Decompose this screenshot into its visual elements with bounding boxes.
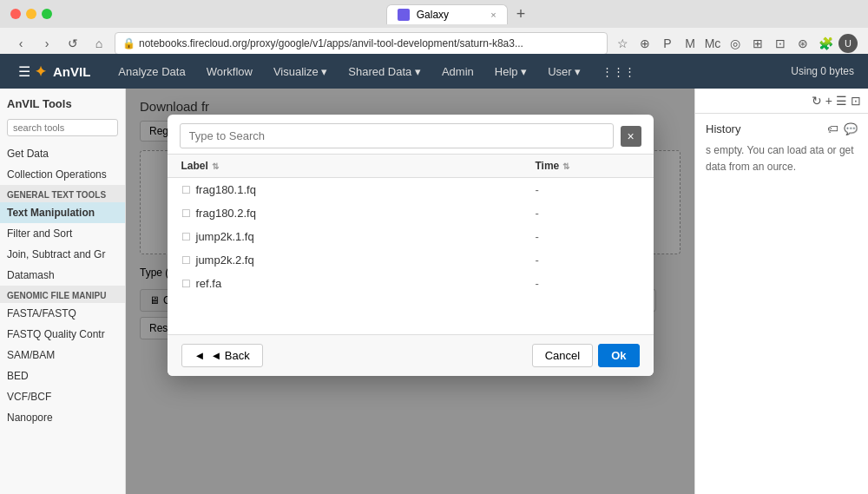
history-header-icons: 🏷 💬 xyxy=(827,122,858,135)
close-traffic-light[interactable] xyxy=(10,9,21,19)
sidebar-item-sam-bam[interactable]: SAM/BAM xyxy=(0,345,125,366)
minimize-traffic-light[interactable] xyxy=(26,9,36,19)
ext8-icon[interactable]: ⊛ xyxy=(793,34,812,53)
sidebar-item-datamash[interactable]: Datamash xyxy=(0,265,125,286)
file-selector-modal: × Label ⇅ Time ⇅ xyxy=(168,115,654,376)
modal-ok-button[interactable]: Ok xyxy=(598,344,639,367)
address-bar[interactable]: 🔒 notebooks.firecloud.org/proxy/google/v… xyxy=(115,32,608,55)
ext7-icon[interactable]: ⊡ xyxy=(771,34,790,53)
table-row[interactable]: ☐ jump2k.2.fq - xyxy=(168,248,654,272)
sidebar-section-general-text: GENERAL TEXT TOOLS xyxy=(0,185,125,202)
sidebar-item-get-data[interactable]: Get Data xyxy=(0,143,125,164)
nav-analyze-data[interactable]: Analyze Data xyxy=(108,54,195,89)
right-panel: ↻ + ☰ ⊡ History 🏷 💬 s empty. You can loa… xyxy=(694,89,868,494)
app: ☰ ✦ AnVIL Analyze Data Workflow Visualiz… xyxy=(0,54,868,494)
table-row[interactable]: ☐ frag180.2.fq - xyxy=(168,201,654,225)
nav-shared-data[interactable]: Shared Data ▾ xyxy=(338,54,431,89)
ext4-icon[interactable]: Mc xyxy=(703,34,722,53)
modal-footer: ◄ ◄ Back Cancel Ok xyxy=(168,334,654,376)
file-icon: ☐ xyxy=(181,231,191,243)
modal-cancel-button[interactable]: Cancel xyxy=(532,344,593,367)
fullscreen-traffic-light[interactable] xyxy=(42,9,52,19)
tab-favicon xyxy=(398,9,410,21)
history-comment-icon[interactable]: 💬 xyxy=(844,122,858,135)
nav-user[interactable]: User ▾ xyxy=(537,54,591,89)
modal-footer-right: Cancel Ok xyxy=(532,344,640,367)
top-nav-menu: Analyze Data Workflow Visualize ▾ Shared… xyxy=(108,54,791,89)
sidebar-item-text-manipulation[interactable]: Text Manipulation xyxy=(0,202,125,223)
modal-back-button[interactable]: ◄ ◄ Back xyxy=(181,344,263,367)
browser-titlebar: Galaxy × + xyxy=(0,0,868,28)
sidebar-item-fastq-quality[interactable]: FASTQ Quality Contr xyxy=(0,324,125,345)
file-name: frag180.1.fq xyxy=(196,183,536,196)
table-row[interactable]: ☐ frag180.1.fq - xyxy=(168,178,654,201)
nav-workflow[interactable]: Workflow xyxy=(196,54,263,89)
table-row[interactable]: ☐ jump2k.1.fq - xyxy=(168,225,654,248)
modal-file-list: ☐ frag180.1.fq - ☐ frag180.2.fq - ☐ jump… xyxy=(168,178,654,334)
sidebar-item-vcf-bcf[interactable]: VCF/BCF xyxy=(0,386,125,407)
nav-grid-icon[interactable]: ⋮⋮⋮ xyxy=(591,54,646,89)
sidebar-item-fasta-fastq[interactable]: FASTA/FASTQ xyxy=(0,303,125,324)
history-header: History 🏷 💬 xyxy=(706,122,858,135)
add-history-icon[interactable]: + xyxy=(825,94,832,108)
modal-col-label: Label ⇅ xyxy=(181,160,536,172)
back-chevron-icon: ◄ xyxy=(194,349,206,362)
multi-history-icon[interactable]: ⊡ xyxy=(851,94,861,108)
right-top-actions: ↻ + ☰ ⊡ xyxy=(695,89,868,114)
history-panel: History 🏷 💬 s empty. You can load ata or… xyxy=(695,114,868,184)
ext5-icon[interactable]: ◎ xyxy=(726,34,745,53)
user-avatar-icon[interactable]: U xyxy=(838,34,858,53)
file-name: jump2k.1.fq xyxy=(196,230,536,243)
bookmark-icon[interactable]: ☆ xyxy=(613,34,632,53)
file-time: - xyxy=(536,183,640,196)
sidebar-item-nanopore[interactable]: Nanopore xyxy=(0,407,125,428)
top-navbar: ☰ ✦ AnVIL Analyze Data Workflow Visualiz… xyxy=(0,54,868,89)
nav-help[interactable]: Help ▾ xyxy=(484,54,537,89)
modal-search-row: × xyxy=(168,115,654,154)
forward-button[interactable]: › xyxy=(36,33,57,54)
ext3-icon[interactable]: M xyxy=(681,34,700,53)
traffic-lights xyxy=(10,9,52,19)
refresh-button[interactable]: ↺ xyxy=(62,33,83,54)
time-sort-icon[interactable]: ⇅ xyxy=(562,161,569,171)
sidebar-item-filter-sort[interactable]: Filter and Sort xyxy=(0,223,125,244)
ext1-icon[interactable]: ⊕ xyxy=(635,34,654,53)
label-sort-icon[interactable]: ⇅ xyxy=(212,161,219,171)
file-name: jump2k.2.fq xyxy=(196,254,536,267)
sidebar-item-bed[interactable]: BED xyxy=(0,366,125,386)
home-button[interactable]: ⌂ xyxy=(89,33,109,54)
search-tools-input[interactable] xyxy=(7,119,118,136)
browser-chrome: Galaxy × + ‹ › ↺ ⌂ 🔒 notebooks.firecloud… xyxy=(0,0,868,54)
ext6-icon[interactable]: ⊞ xyxy=(748,34,767,53)
ext2-icon[interactable]: P xyxy=(658,34,677,53)
modal-overlay: × Label ⇅ Time ⇅ xyxy=(126,89,694,494)
file-time: - xyxy=(536,230,640,243)
table-row[interactable]: ☐ ref.fa - xyxy=(168,272,654,295)
tab-close-button[interactable]: × xyxy=(490,10,496,20)
brand-logo: ✦ AnVIL xyxy=(35,63,90,80)
brand-icon: ✦ xyxy=(35,63,46,80)
back-button[interactable]: ‹ xyxy=(10,33,31,54)
modal-table-header: Label ⇅ Time ⇅ xyxy=(168,154,654,178)
file-name: ref.fa xyxy=(196,277,536,290)
sidebar-item-collection-ops[interactable]: Collection Operations xyxy=(0,164,125,185)
nav-visualize[interactable]: Visualize ▾ xyxy=(263,54,338,89)
new-tab-button[interactable]: + xyxy=(511,4,531,24)
sidebar: AnVIL Tools Get Data Collection Operatio… xyxy=(0,89,126,494)
nav-right: Using 0 bytes xyxy=(791,65,854,77)
brand-name: AnVIL xyxy=(53,64,90,79)
hamburger-menu-button[interactable]: ☰ xyxy=(14,61,35,82)
file-icon: ☐ xyxy=(181,207,191,220)
history-tag-icon[interactable]: 🏷 xyxy=(827,122,838,135)
refresh-history-icon[interactable]: ↻ xyxy=(812,94,822,108)
nav-admin[interactable]: Admin xyxy=(431,54,484,89)
modal-close-button[interactable]: × xyxy=(621,126,641,147)
sidebar-title: AnVIL Tools xyxy=(0,89,125,115)
browser-tab[interactable]: Galaxy × xyxy=(386,4,508,24)
sidebar-item-join-subtract[interactable]: Join, Subtract and Gr xyxy=(0,244,125,265)
modal-search-input[interactable] xyxy=(180,123,614,148)
sidebar-search-container xyxy=(0,115,125,143)
nav-using-bytes: Using 0 bytes xyxy=(791,65,854,77)
history-options-icon[interactable]: ☰ xyxy=(836,94,847,108)
puzzle-icon[interactable]: 🧩 xyxy=(816,34,835,53)
